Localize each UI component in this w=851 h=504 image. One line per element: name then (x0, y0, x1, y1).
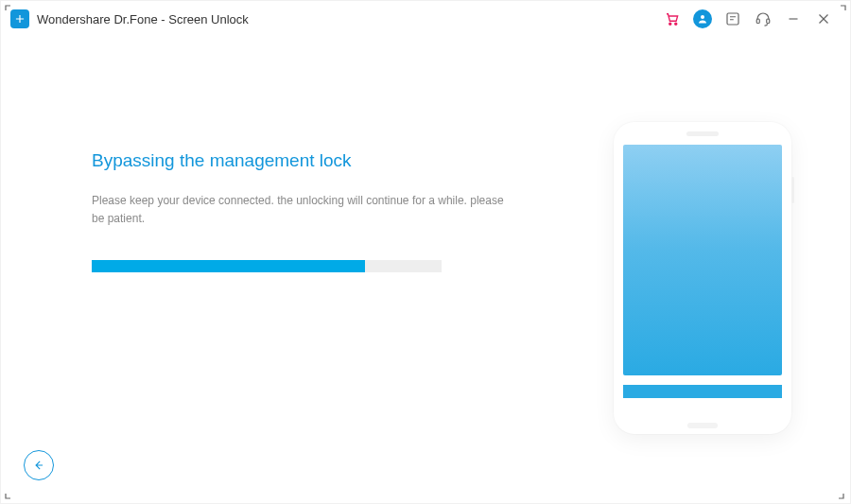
status-panel: Bypassing the management lock Please kee… (92, 150, 508, 272)
user-avatar-icon (693, 9, 712, 28)
progress-bar (92, 260, 442, 272)
corner-decoration (837, 5, 846, 14)
device-illustration (614, 122, 791, 434)
app-window: Wondershare Dr.Fone - Screen Unlock (0, 0, 851, 504)
phone-side-button (791, 177, 794, 203)
svg-point-2 (701, 15, 704, 19)
support-icon[interactable] (754, 9, 773, 28)
status-subtext: Please keep your device connected. the u… (92, 192, 508, 228)
back-button[interactable] (24, 450, 54, 480)
content-area: Bypassing the management lock Please kee… (1, 37, 850, 503)
feedback-icon[interactable] (723, 9, 742, 28)
titlebar-actions (663, 9, 841, 28)
svg-rect-3 (727, 13, 738, 25)
close-button[interactable] (814, 9, 833, 28)
progress-fill (92, 260, 365, 272)
titlebar: Wondershare Dr.Fone - Screen Unlock (1, 1, 850, 37)
minimize-button[interactable] (784, 9, 803, 28)
status-heading: Bypassing the management lock (92, 150, 508, 171)
svg-point-1 (675, 23, 677, 25)
cart-icon[interactable] (663, 9, 682, 28)
account-button[interactable] (693, 9, 712, 28)
corner-decoration (5, 5, 14, 14)
svg-rect-4 (756, 19, 759, 24)
app-title: Wondershare Dr.Fone - Screen Unlock (37, 12, 249, 26)
phone-nav-bar (623, 385, 782, 398)
svg-rect-5 (767, 19, 770, 24)
phone-screen (623, 145, 782, 375)
svg-point-0 (669, 23, 671, 25)
